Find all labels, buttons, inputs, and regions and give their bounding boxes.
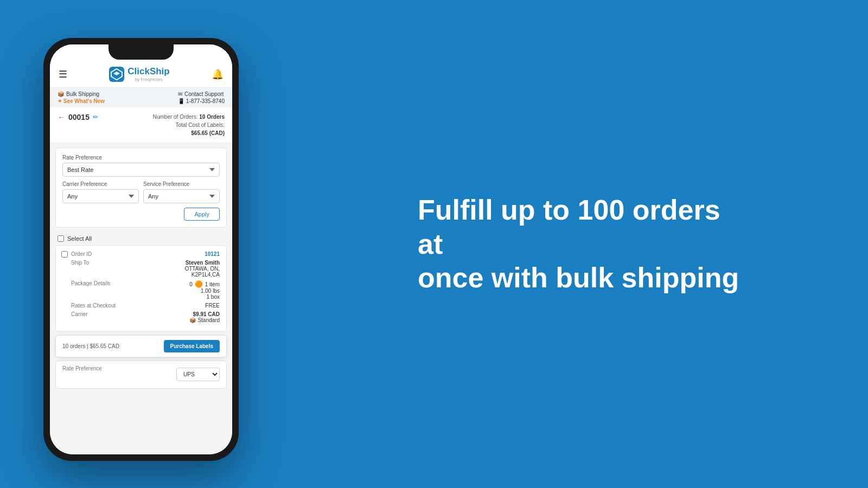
package-box: 1 box	[189, 294, 220, 300]
email-icon: ✉	[178, 91, 182, 97]
announce-left: 📦 Bulk Shipping ✦ See What's New	[58, 91, 105, 104]
logo-icon	[109, 67, 124, 82]
hamburger-icon[interactable]: ☰	[59, 68, 67, 80]
package-items: 1 item	[205, 281, 220, 287]
purchase-popup: 10 orders | $65.65 CAD Purchase Labels	[55, 335, 227, 357]
order-id-number: 00015	[68, 113, 90, 121]
phone: ☰ ClickShip by Freightcom 🔔	[43, 38, 239, 461]
rate-pref-bottom-box: Rate Preference UPS	[55, 361, 227, 389]
package-item-icon: 🟠	[195, 280, 203, 288]
package-details-value: 0 🟠 1 item 1.00 lbs 1 box	[189, 280, 220, 300]
ship-to-value: Steven Smith OTTAWA, ON, K2P1L4,CA	[184, 260, 220, 278]
package-weight: 1.00 lbs	[189, 288, 220, 294]
phone-number: 📱 1-877-335-8740	[178, 98, 225, 104]
see-whats-new-link[interactable]: ✦ See What's New	[58, 98, 105, 104]
right-panel: Fulfill up to 100 orders at once with bu…	[293, 171, 868, 316]
select-all-checkbox[interactable]	[58, 235, 64, 242]
rates-checkout-row: Rates at Checkout FREE	[62, 303, 220, 309]
phone-notch	[108, 44, 174, 60]
purchase-labels-button[interactable]: Purchase Labels	[164, 340, 220, 352]
carrier-row: Carrier $9.91 CAD 📦 Standard	[62, 311, 220, 323]
bulk-icon: 📦	[58, 91, 64, 97]
package-details-row: Package Details 0 🟠 1 item 1.00 lbs 1 bo…	[62, 280, 220, 300]
logo-text: ClickShip	[127, 66, 169, 76]
package-details-label: Package Details	[71, 280, 110, 300]
order-id-label: Order ID	[71, 251, 92, 257]
content: ← 00015 ✏ Number of Orders: 10 Orders To…	[50, 107, 232, 454]
select-all-label: Select All	[67, 235, 92, 242]
ship-to-name: Steven Smith	[184, 260, 220, 266]
service-preference-select[interactable]: Any	[143, 189, 220, 203]
contact-support-link[interactable]: ✉ Contact Support	[178, 91, 225, 97]
back-arrow-icon[interactable]: ←	[58, 113, 65, 121]
logo-sub: by Freightcom	[127, 77, 169, 82]
carrier-preference-select[interactable]: Any	[62, 189, 139, 203]
rate-preference-select[interactable]: Best Rate	[62, 163, 220, 177]
ship-to-row: Ship To Steven Smith OTTAWA, ON, K2P1L4,…	[62, 260, 220, 278]
rate-preference-label: Rate Preference	[62, 155, 220, 160]
edit-icon[interactable]: ✏	[93, 113, 98, 121]
package-qty: 0	[189, 281, 193, 287]
bell-icon[interactable]: 🔔	[212, 68, 224, 80]
order-id-area: ← 00015 ✏	[58, 113, 98, 121]
rate-pref-bottom-row: Rate Preference UPS	[62, 365, 220, 381]
purchase-label: 10 orders | $65.65 CAD	[62, 343, 119, 349]
ship-to-address: OTTAWA, ON,	[184, 266, 220, 272]
rates-checkout-label: Rates at Checkout	[71, 303, 116, 309]
announce-right: ✉ Contact Support 📱 1-877-335-8740	[178, 91, 225, 104]
apply-button[interactable]: Apply	[184, 208, 220, 221]
phone-icon: 📱	[178, 98, 184, 104]
carrier-service: Standard	[197, 317, 220, 323]
order-stats: Number of Orders: 10 Orders Total Cost o…	[153, 113, 225, 137]
ship-to-postal: K2P1L4,CA	[184, 272, 220, 278]
logo-area: ClickShip by Freightcom	[109, 66, 169, 82]
headline-line1: Fulfill up to 100 orders at	[418, 194, 720, 259]
carrier-label: Carrier	[71, 311, 88, 323]
phone-wrapper: ☰ ClickShip by Freightcom 🔔	[43, 38, 239, 461]
select-all-row: Select All	[50, 232, 232, 245]
headline-line2: once with bulk shipping	[418, 262, 739, 293]
rate-preference-box: Rate Preference Best Rate Carrier Prefer…	[55, 147, 227, 228]
phone-screen: ☰ ClickShip by Freightcom 🔔	[50, 44, 232, 454]
carrier-value-area: $9.91 CAD 📦 Standard	[189, 311, 220, 323]
order-card: Order ID 10121 Ship To Steven Smith OTTA…	[55, 245, 227, 332]
rate-pref-bottom-select[interactable]: UPS	[176, 368, 220, 381]
ups-icon: 📦	[189, 317, 196, 323]
carrier-price: $9.91 CAD	[189, 311, 220, 317]
ship-to-label: Ship To	[71, 260, 89, 278]
rates-checkout-value: FREE	[205, 303, 220, 309]
service-preference-label: Service Preference	[143, 181, 220, 187]
order-id-value[interactable]: 10121	[205, 251, 220, 257]
order-header: ← 00015 ✏ Number of Orders: 10 Orders To…	[50, 107, 232, 143]
order-checkbox[interactable]	[61, 251, 68, 258]
carrier-preference-label: Carrier Preference	[62, 181, 139, 187]
bulk-shipping-link[interactable]: 📦 Bulk Shipping	[58, 91, 105, 97]
headline: Fulfill up to 100 orders at once with bu…	[418, 193, 743, 294]
rate-pref-bottom-label: Rate Preference	[62, 365, 102, 381]
order-id-row: Order ID 10121	[62, 251, 220, 257]
announce-bar: 📦 Bulk Shipping ✦ See What's New ✉ Conta…	[50, 88, 232, 107]
